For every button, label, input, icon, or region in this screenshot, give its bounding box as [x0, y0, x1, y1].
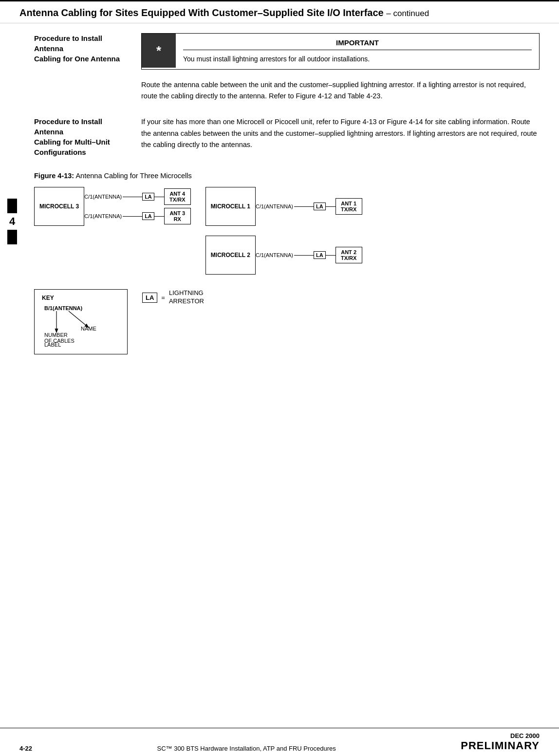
- chapter-marker: 4: [7, 199, 17, 244]
- conn-label-ant4: C/1(ANTENNA): [84, 194, 122, 200]
- section-multi-content: If your site has more than one Microcell…: [141, 116, 540, 157]
- route-text: Route the antenna cable between the unit…: [141, 79, 540, 102]
- section-multi-heading-line3: Configurations: [34, 148, 86, 156]
- key-name-label: NAME: [81, 326, 96, 332]
- left-microcell-group: MICROCELL 3 C/1(ANTENNA) LA ANT 4TX/RX: [34, 187, 191, 275]
- conn-row-ant2: C/1(ANTENNA) LA ANT 2TX/RX: [256, 247, 362, 263]
- conn-label-ant3: C/1(ANTENNA): [84, 213, 122, 219]
- section-one-heading-line1: Procedure to Install Antenna: [34, 34, 102, 53]
- figure-caption: Figure 4-13: Antenna Cabling for Three M…: [34, 172, 540, 180]
- conn-row-ant4: C/1(ANTENNA) LA ANT 4TX/RX: [84, 188, 191, 205]
- right-microcell-group: MICROCELL 1 C/1(ANTENNA) LA ANT 1TX/RX: [205, 187, 362, 275]
- microcell1-box: MICROCELL 1: [205, 187, 256, 226]
- la-box-ant1: LA: [314, 203, 326, 210]
- important-title: IMPORTANT: [183, 38, 532, 47]
- section-one-heading-line2: Cabling for One Antenna: [34, 55, 120, 63]
- la-box-ant3: LA: [142, 212, 154, 220]
- conn-label-ant1: C/1(ANTENNA): [256, 203, 293, 209]
- microcell3-diagram: MICROCELL 3 C/1(ANTENNA) LA ANT 4TX/RX: [34, 187, 191, 226]
- ant2-box: ANT 2TX/RX: [335, 247, 362, 263]
- conn-label-ant2: C/1(ANTENNA): [256, 252, 293, 258]
- left-sidebar: 4: [0, 23, 24, 728]
- main-body: Procedure to Install Antenna Cabling for…: [24, 23, 559, 728]
- content-area: 4 Procedure to Install Antenna Cabling f…: [0, 23, 559, 728]
- footer-right: DEC 2000 PRELIMINARY: [461, 732, 540, 752]
- la-box-ant2: LA: [314, 251, 326, 259]
- section-one-heading: Procedure to Install Antenna Cabling for…: [34, 33, 131, 64]
- la-legend-box: LA: [142, 293, 157, 303]
- page-title: Antenna Cabling for Sites Equipped With …: [19, 6, 540, 19]
- conn-row-ant1: C/1(ANTENNA) LA ANT 1TX/RX: [256, 198, 362, 215]
- header-title: Antenna Cabling for Sites Equipped With …: [19, 7, 384, 18]
- important-line: [183, 50, 532, 50]
- chapter-bar-top: [7, 199, 17, 213]
- microcell3-box: MICROCELL 3: [34, 187, 84, 226]
- microcell3-label: MICROCELL 3: [39, 203, 79, 210]
- chapter-number: 4: [9, 215, 15, 228]
- important-text: IMPORTANT You must install lightning arr…: [176, 34, 539, 69]
- conn-line-ant3a: [123, 216, 142, 217]
- microcell1-diagram: MICROCELL 1 C/1(ANTENNA) LA ANT 1TX/RX: [205, 187, 362, 226]
- footer-date: DEC 2000: [461, 732, 540, 739]
- microcell2-box: MICROCELL 2: [205, 236, 256, 275]
- important-icon: *: [142, 34, 176, 68]
- la-lightning-label: LIGHTNINGARRESTOR: [169, 289, 204, 306]
- footer-preliminary: PRELIMINARY: [461, 739, 540, 752]
- ant1-box: ANT 1TX/RX: [335, 198, 362, 215]
- important-box: * IMPORTANT You must install lightning a…: [141, 33, 540, 70]
- page-wrapper: Antenna Cabling for Sites Equipped With …: [0, 0, 559, 756]
- diagram-area: MICROCELL 3 C/1(ANTENNA) LA ANT 4TX/RX: [34, 187, 540, 275]
- figure-label: Figure 4-13:: [34, 172, 74, 180]
- key-title: KEY: [42, 295, 120, 301]
- ant3-box: ANT 3RX: [164, 208, 191, 224]
- important-icon-symbol: *: [156, 43, 161, 58]
- microcell2-label: MICROCELL 2: [211, 252, 250, 258]
- conn-line-ant2b: [326, 255, 335, 256]
- chapter-bar-bottom: [7, 230, 17, 244]
- conn-line-ant1a: [294, 206, 314, 207]
- microcell1-connections: C/1(ANTENNA) LA ANT 1TX/RX: [256, 198, 362, 215]
- footer-page-number: 4-22: [19, 745, 32, 752]
- section-one-content: * IMPORTANT You must install lightning a…: [141, 33, 540, 102]
- section-one-antenna: Procedure to Install Antenna Cabling for…: [34, 33, 540, 102]
- page-header: Antenna Cabling for Sites Equipped With …: [0, 0, 559, 23]
- conn-line-ant4a: [123, 197, 142, 197]
- key-label-label: LABEL: [44, 342, 61, 348]
- section-one-label: Procedure to Install Antenna Cabling for…: [34, 33, 131, 102]
- header-subtitle: – continued: [386, 9, 429, 18]
- key-diagram: B/1(ANTENNA): [42, 305, 120, 349]
- conn-line-ant2a: [294, 255, 314, 256]
- figure-caption-text: Antenna Cabling for Three Microcells: [75, 172, 191, 180]
- conn-line-ant1b: [326, 206, 335, 207]
- footer-center-text: SC™ 300 BTS Hardware Installation, ATP a…: [157, 745, 335, 752]
- key-area: KEY B/1(ANTENNA): [34, 289, 540, 354]
- la-box-ant4: LA: [142, 193, 154, 201]
- section-multi-heading-line2: Cabling for Multi–Unit: [34, 138, 110, 146]
- conn-line-ant3b: [154, 216, 164, 217]
- microcell1-label: MICROCELL 1: [211, 203, 250, 210]
- la-legend: LA = LIGHTNINGARRESTOR: [142, 289, 204, 306]
- microcell3-connections: C/1(ANTENNA) LA ANT 4TX/RX C/1(ANTENNA): [84, 188, 191, 224]
- important-body: You must install lightning arrestors for…: [183, 54, 532, 64]
- svg-line-0: [69, 311, 88, 327]
- section-multi-heading: Procedure to Install Antenna Cabling for…: [34, 116, 131, 157]
- la-equals: =: [161, 294, 165, 301]
- key-box: KEY B/1(ANTENNA): [34, 289, 128, 354]
- ant4-box: ANT 4TX/RX: [164, 188, 191, 205]
- microcell2-diagram: MICROCELL 2 C/1(ANTENNA) LA ANT 2TX/RX: [205, 236, 362, 275]
- conn-line-ant4b: [154, 197, 164, 197]
- microcell2-connections: C/1(ANTENNA) LA ANT 2TX/RX: [256, 247, 362, 263]
- section-multi-heading-line1: Procedure to Install Antenna: [34, 117, 102, 136]
- page-footer: 4-22 SC™ 300 BTS Hardware Installation, …: [0, 728, 559, 756]
- section-multi-label: Procedure to Install Antenna Cabling for…: [34, 116, 131, 157]
- conn-row-ant3: C/1(ANTENNA) LA ANT 3RX: [84, 208, 191, 224]
- multi-body-text: If your site has more than one Microcell…: [141, 116, 540, 150]
- section-multi: Procedure to Install Antenna Cabling for…: [34, 116, 540, 157]
